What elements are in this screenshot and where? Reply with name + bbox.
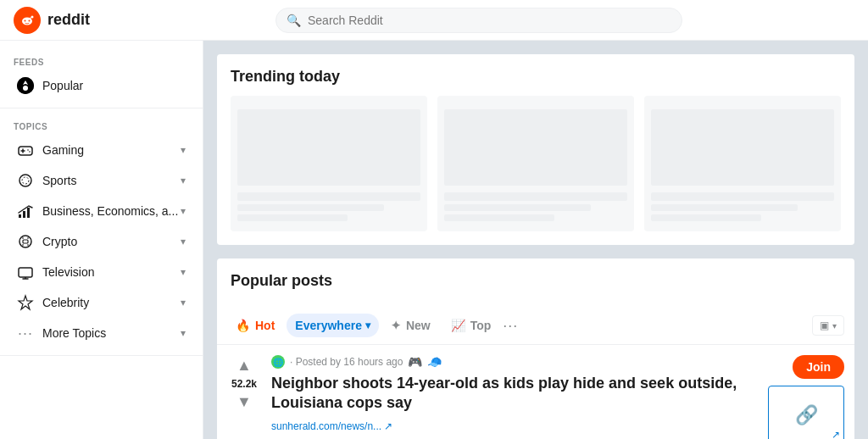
topics-label: TOPICS [0, 115, 203, 135]
television-chevron: ▾ [181, 266, 186, 278]
svg-point-3 [29, 19, 31, 21]
crypto-label: Crypto [42, 235, 77, 248]
post-emoji-2: 🧢 [427, 355, 442, 369]
television-icon [17, 264, 34, 281]
television-label: Television [42, 265, 94, 279]
tab-top[interactable]: 📈 Top [442, 314, 500, 337]
vote-count: 52.2k [231, 378, 257, 390]
sidebar-item-gaming[interactable]: Gaming ▾ [3, 135, 199, 165]
feeds-label: FEEDS [0, 51, 203, 70]
post-link[interactable]: sunherald.com/news/n... ↗ [271, 420, 392, 432]
trending-section: Trending today [217, 54, 854, 245]
post-emoji-1: 🎮 [408, 355, 422, 369]
svg-line-5 [30, 17, 31, 18]
trending-card-3[interactable] [644, 96, 841, 231]
more-tabs-dots[interactable]: ··· [503, 317, 518, 335]
popular-icon [17, 77, 34, 94]
post-thumbnail[interactable]: 🔗 ↗ [768, 386, 844, 439]
hot-label: Hot [255, 319, 275, 332]
join-button[interactable]: Join [793, 355, 844, 379]
more-topics-chevron: ▾ [181, 327, 186, 339]
everywhere-label: Everywhere [295, 319, 362, 332]
business-icon [17, 203, 34, 220]
svg-rect-19 [27, 208, 30, 218]
trending-skeleton-3b [651, 204, 798, 211]
post-title[interactable]: Neighbor shoots 14-year-old as kids play… [271, 374, 758, 414]
search-input[interactable] [308, 14, 671, 27]
crypto-icon [17, 233, 34, 250]
post-meta-time: · Posted by 16 hours ago [290, 356, 403, 368]
sports-icon [17, 172, 34, 189]
reddit-logo-icon [14, 7, 41, 34]
svg-point-2 [25, 19, 26, 21]
upvote-button[interactable]: ▲ [235, 355, 253, 376]
post-meta: 🌐 · Posted by 16 hours ago 🎮 🧢 [271, 355, 758, 369]
search-bar[interactable]: 🔍 [275, 8, 682, 33]
sports-chevron: ▾ [181, 175, 186, 186]
crypto-chevron: ▾ [181, 236, 186, 247]
svg-point-13 [27, 149, 29, 151]
tab-new[interactable]: ✦ New [382, 314, 439, 337]
tab-hot[interactable]: 🔥 Hot [227, 314, 283, 337]
celebrity-chevron: ▾ [181, 297, 186, 308]
sidebar-divider-1 [0, 108, 203, 108]
search-icon: 🔍 [287, 14, 301, 27]
top-label: Top [470, 319, 492, 332]
gaming-chevron: ▾ [181, 144, 186, 156]
trending-card-1[interactable] [231, 96, 427, 231]
trending-skeleton-2c [444, 214, 554, 221]
layout-toggle-button[interactable]: ▣ ▾ [812, 315, 844, 336]
vote-column: ▲ 52.2k ▼ [227, 355, 261, 413]
post-right-column: Join 🔗 ↗ [768, 355, 844, 439]
sidebar-item-popular[interactable]: Popular [3, 70, 199, 101]
logo-link[interactable]: reddit [14, 7, 90, 34]
main-content: Trending today [203, 41, 868, 439]
business-label: Business, Economics, a... [42, 204, 178, 218]
more-topics-icon: ··· [17, 325, 34, 342]
svg-point-8 [23, 86, 28, 91]
sidebar-item-sports[interactable]: Sports ▾ [3, 165, 199, 196]
layout-icon: ▣ [820, 320, 829, 331]
trending-skeleton-2b [444, 204, 591, 211]
svg-point-20 [19, 236, 31, 247]
business-chevron: ▾ [181, 205, 186, 217]
trending-skeleton-1a [237, 192, 420, 201]
svg-rect-17 [19, 214, 21, 218]
trending-skeleton-1b [237, 204, 384, 211]
layout: FEEDS Popular TOPICS [0, 41, 868, 439]
subreddit-globe-icon: 🌐 [271, 355, 285, 369]
popular-posts-section: Popular posts 🔥 Hot Everywhere ▾ ✦ New [217, 258, 854, 439]
tab-everywhere[interactable]: Everywhere ▾ [287, 314, 379, 337]
svg-rect-18 [23, 211, 25, 218]
post-item: ▲ 52.2k ▼ 🌐 · Posted by 16 hours ago 🎮 🧢… [217, 345, 854, 439]
sidebar-item-television[interactable]: Television ▾ [3, 257, 199, 287]
sidebar-item-business[interactable]: Business, Economics, a... ▾ [3, 196, 199, 226]
new-icon: ✦ [391, 319, 401, 332]
trending-card-2[interactable] [437, 96, 634, 231]
topbar: reddit 🔍 [0, 0, 868, 41]
external-link-icon: ↗ [384, 420, 392, 432]
trending-skeleton-3a [651, 192, 834, 201]
svg-marker-29 [19, 296, 32, 309]
celebrity-label: Celebrity [42, 296, 89, 309]
post-body: 🌐 · Posted by 16 hours ago 🎮 🧢 Neighbor … [271, 355, 758, 432]
layout-chevron: ▾ [832, 321, 837, 331]
trending-grid [231, 96, 841, 231]
thumbnail-link-icon: 🔗 [795, 404, 818, 426]
popular-posts-title: Popular posts [231, 272, 841, 290]
trending-skeleton-3c [651, 214, 761, 221]
sidebar-item-celebrity[interactable]: Celebrity ▾ [3, 287, 199, 318]
trending-title: Trending today [231, 68, 841, 86]
trending-skeleton-1c [237, 214, 348, 221]
trending-image-1 [237, 109, 420, 186]
sidebar-item-crypto[interactable]: Crypto ▾ [3, 226, 199, 257]
svg-point-14 [29, 151, 31, 153]
new-label: New [406, 319, 431, 332]
hot-icon: 🔥 [236, 319, 250, 332]
trending-skeleton-2a [444, 192, 627, 201]
svg-rect-26 [19, 268, 32, 277]
sports-label: Sports [42, 174, 76, 187]
downvote-button[interactable]: ▼ [235, 392, 253, 413]
tabs-bar: 🔥 Hot Everywhere ▾ ✦ New 📈 Top [217, 307, 854, 345]
sidebar-item-more-topics[interactable]: ··· More Topics ▾ [3, 318, 199, 348]
